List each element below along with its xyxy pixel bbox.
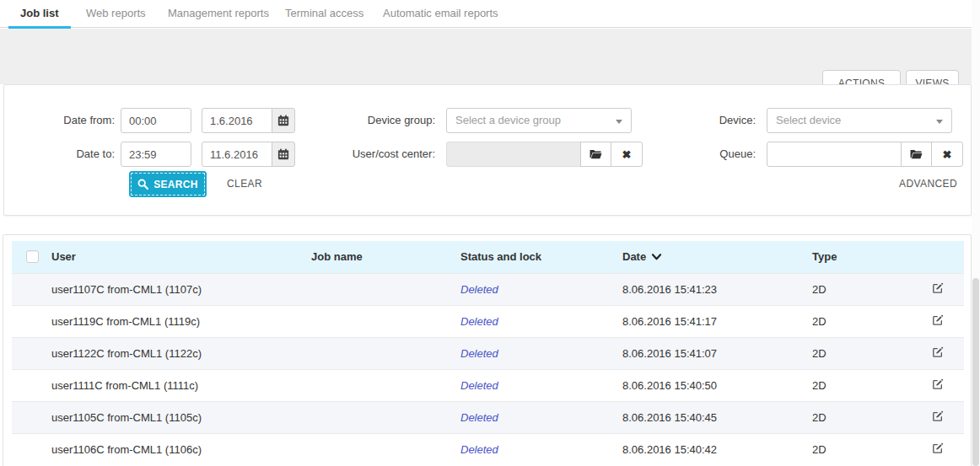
sort-desc-icon [651, 253, 662, 261]
cell-user: user1105C from-CML1 (1105c) [51, 401, 311, 433]
cell-date: 8.06.2016 15:40:42 [622, 433, 812, 465]
date-from-date-input[interactable] [202, 108, 272, 133]
date-from-label: Date from: [18, 108, 115, 133]
jobs-table: User Job name Status and lock Date Type … [12, 241, 964, 465]
cell-job-name [311, 337, 460, 369]
cell-type: 2D [812, 305, 929, 337]
edit-icon[interactable] [932, 282, 944, 297]
column-header-date[interactable]: Date [622, 241, 812, 273]
status-link[interactable]: Deleted [460, 379, 498, 392]
queue-browse-button[interactable] [901, 142, 932, 167]
filter-panel: Date from: Date to: [3, 84, 972, 216]
folder-open-icon [910, 149, 923, 160]
table-row[interactable]: user1122C from-CML1 (1122c) Deleted 8.06… [12, 337, 964, 369]
cell-user: user1122C from-CML1 (1122c) [51, 337, 311, 369]
close-icon: ✖ [943, 148, 952, 161]
device-placeholder: Select device [776, 114, 841, 126]
queue-input[interactable] [767, 142, 902, 167]
job-list-page: Job list Web reports Management reports … [0, 0, 980, 466]
table-row[interactable]: user1107C from-CML1 (1107c) Deleted 8.06… [12, 273, 964, 305]
cell-user: user1107C from-CML1 (1107c) [51, 273, 311, 305]
device-group-select[interactable]: Select a device group [446, 108, 632, 133]
cell-job-name [311, 369, 460, 401]
cell-type: 2D [812, 401, 929, 433]
cell-date: 8.06.2016 15:40:50 [622, 369, 812, 401]
date-from-calendar-button[interactable] [272, 108, 295, 133]
tab-bar: Job list Web reports Management reports … [0, 0, 972, 28]
date-to-label: Date to: [18, 142, 115, 167]
date-to-date-input[interactable] [202, 142, 272, 167]
status-link[interactable]: Deleted [460, 315, 498, 328]
advanced-button[interactable]: ADVANCED [899, 171, 957, 197]
user-cost-center-label: User/cost center: [296, 142, 435, 167]
user-cost-center-browse-button[interactable] [580, 142, 611, 167]
cell-date: 8.06.2016 15:40:45 [622, 401, 812, 433]
cell-job-name [311, 305, 460, 337]
jobs-table-panel: User Job name Status and lock Date Type … [3, 234, 972, 466]
cell-type: 2D [812, 337, 929, 369]
table-row[interactable]: user1111C from-CML1 (1111c) Deleted 8.06… [12, 369, 964, 401]
table-row[interactable]: user1119C from-CML1 (1119c) Deleted 8.06… [12, 305, 964, 337]
toolbar-band: ACTIONS VIEWS [0, 29, 972, 84]
column-header-job-name[interactable]: Job name [311, 241, 460, 273]
scrollbar-track [972, 0, 980, 466]
date-to-date-group [202, 142, 295, 167]
search-icon [137, 179, 148, 190]
cell-user: user1111C from-CML1 (1111c) [51, 369, 311, 401]
cell-job-name [311, 273, 460, 305]
cell-type: 2D [812, 433, 929, 465]
status-link[interactable]: Deleted [460, 347, 498, 360]
column-header-actions [929, 241, 964, 273]
cell-type: 2D [812, 369, 929, 401]
table-row[interactable]: user1105C from-CML1 (1105c) Deleted 8.06… [12, 401, 964, 433]
column-header-type[interactable]: Type [812, 241, 929, 273]
table-row[interactable]: user1106C from-CML1 (1106c) Deleted 8.06… [12, 433, 964, 465]
clear-button[interactable]: CLEAR [227, 171, 262, 197]
date-from-time-input[interactable] [121, 108, 191, 133]
device-select[interactable]: Select device [767, 108, 952, 133]
calendar-icon [277, 115, 289, 126]
date-to-calendar-button[interactable] [272, 142, 295, 167]
edit-icon[interactable] [932, 346, 944, 361]
folder-open-icon [590, 149, 602, 160]
cell-user: user1106C from-CML1 (1106c) [51, 433, 311, 465]
calendar-icon [277, 148, 289, 160]
status-link[interactable]: Deleted [460, 411, 498, 424]
cell-user: user1119C from-CML1 (1119c) [51, 305, 311, 337]
edit-icon[interactable] [932, 314, 944, 329]
column-header-status[interactable]: Status and lock [460, 241, 622, 273]
edit-icon[interactable] [932, 410, 944, 425]
user-cost-center-input[interactable] [446, 142, 581, 167]
queue-clear-button[interactable]: ✖ [931, 142, 963, 167]
select-all-checkbox[interactable] [26, 250, 39, 263]
status-link[interactable]: Deleted [460, 283, 498, 296]
chevron-down-icon [936, 120, 943, 124]
search-button-label: SEARCH [153, 179, 197, 190]
close-icon: ✖ [622, 148, 632, 161]
cell-date: 8.06.2016 15:41:17 [622, 305, 812, 337]
cell-type: 2D [812, 273, 929, 305]
tab-web-reports[interactable]: Web reports [74, 0, 158, 28]
date-from-date-group [202, 108, 295, 133]
device-group-label: Device group: [296, 108, 435, 133]
chevron-down-icon [616, 120, 622, 124]
column-header-user[interactable]: User [51, 241, 311, 273]
queue-group: ✖ [767, 142, 963, 167]
edit-icon[interactable] [932, 378, 944, 393]
cell-job-name [311, 433, 460, 465]
tab-automatic-email-reports[interactable]: Automatic email reports [371, 0, 510, 28]
tab-terminal-access[interactable]: Terminal access [273, 0, 375, 28]
user-cost-center-group: ✖ [446, 142, 643, 167]
status-link[interactable]: Deleted [460, 443, 498, 456]
tab-job-list[interactable]: Job list [8, 0, 71, 28]
search-button[interactable]: SEARCH [129, 171, 207, 197]
table-header-row: User Job name Status and lock Date Type [12, 241, 964, 273]
cell-job-name [311, 401, 460, 433]
tab-management-reports[interactable]: Management reports [156, 0, 281, 28]
edit-icon[interactable] [932, 442, 944, 457]
scrollbar-thumb[interactable] [972, 278, 979, 466]
cell-date: 8.06.2016 15:41:23 [622, 273, 812, 305]
cell-date: 8.06.2016 15:41:07 [622, 337, 812, 369]
device-group-placeholder: Select a device group [455, 114, 561, 126]
date-to-time-input[interactable] [121, 142, 191, 167]
